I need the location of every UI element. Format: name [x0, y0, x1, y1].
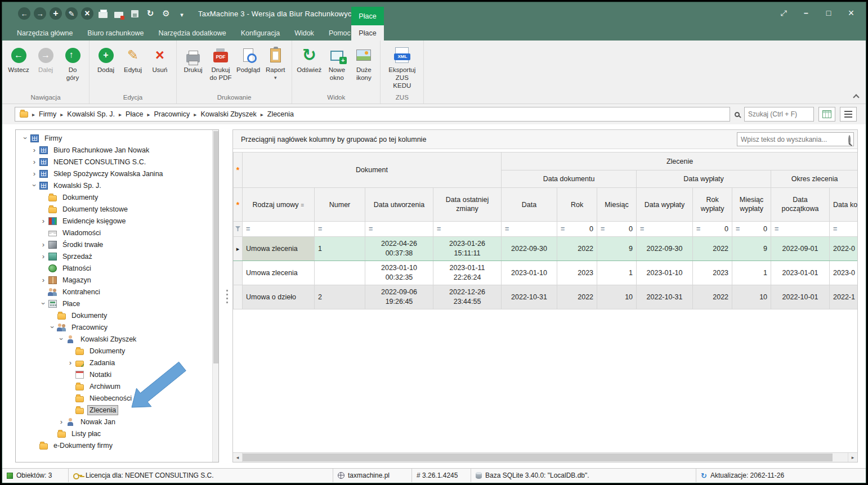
- scrollbar-thumb[interactable]: [243, 453, 833, 461]
- tree-item-place-dokumenty[interactable]: Dokumenty: [16, 309, 218, 321]
- collapse-ribbon-button[interactable]: [853, 93, 858, 98]
- column-header-data-utworzenia[interactable]: Data utworzenia: [365, 188, 433, 222]
- toolbar-more-button[interactable]: [176, 7, 188, 20]
- column-header-numer[interactable]: Numer: [315, 188, 365, 222]
- expander-icon[interactable]: [39, 252, 47, 261]
- band-zlecenie[interactable]: Zlecenie: [502, 152, 858, 170]
- tree-item-srodki-trwale[interactable]: Środki trwałe: [16, 239, 218, 250]
- tree-item-sprzedaz[interactable]: Sprzedaż: [16, 250, 218, 262]
- save-button[interactable]: [128, 7, 141, 20]
- scroll-left-button[interactable]: [233, 453, 243, 462]
- grid-search-input[interactable]: [737, 132, 854, 146]
- filter-cell[interactable]: =0: [597, 222, 637, 237]
- tab-narzedzia-glowne[interactable]: Narzędzia główne: [17, 29, 73, 37]
- filter-cell[interactable]: =: [365, 222, 433, 237]
- tree-item-kowalski-sp-j[interactable]: Kowalski Sp. J.: [16, 179, 218, 191]
- expander-icon[interactable]: [57, 417, 65, 426]
- delete-button[interactable]: [81, 7, 93, 20]
- eksportuj-zus-kedu-button[interactable]: Eksportuj ZUS KEDU: [384, 43, 420, 89]
- odswiez-button[interactable]: Odśwież: [296, 43, 323, 74]
- tree-item-dokumenty[interactable]: Dokumenty: [16, 191, 218, 203]
- expander-icon[interactable]: [39, 217, 47, 225]
- dodaj-button[interactable]: Dodaj: [93, 43, 119, 74]
- tree-item-pracownik-dokumenty[interactable]: Dokumenty: [16, 345, 218, 357]
- filter-view-button[interactable]: [840, 107, 857, 122]
- refresh-button[interactable]: [144, 7, 156, 20]
- tree-item-nowak-jan[interactable]: Nowak Jan: [16, 416, 218, 428]
- table-row[interactable]: Umowa o dzieło 2 2022-09-06 19:26:45 202…: [234, 285, 858, 309]
- tree-item-neonet[interactable]: NEONET CONSULTING S.C.: [16, 156, 218, 168]
- panel-splitter[interactable]: [223, 129, 231, 462]
- expander-icon[interactable]: [21, 134, 29, 142]
- tree-vertical-scrollbar[interactable]: [212, 130, 218, 462]
- maximize-button[interactable]: [817, 5, 840, 21]
- expander-icon[interactable]: [30, 181, 38, 190]
- tree-item-zlecenia[interactable]: Zlecenia: [16, 404, 218, 416]
- breadcrumb-item-kowalski[interactable]: Kowalski Sp. J.: [67, 110, 115, 118]
- tab-pomoc[interactable]: Pomoc: [329, 29, 351, 37]
- expander-icon[interactable]: [39, 276, 47, 284]
- status-website[interactable]: taxmachine.pl: [333, 469, 412, 482]
- band-data-wyplaty[interactable]: Data wypłaty: [637, 170, 771, 188]
- table-row[interactable]: Umowa zlecenia 1 2022-04-26 00:37:38 202…: [234, 237, 858, 261]
- drukuj-button[interactable]: Drukuj: [180, 43, 206, 74]
- tree-item-listy-plac[interactable]: Listy płac: [16, 428, 218, 439]
- duze-ikony-button[interactable]: Duże ikony: [351, 43, 377, 82]
- tree-item-sklep-spozywczy[interactable]: Sklep Spożywczy Kowalska Janina: [16, 168, 218, 179]
- tree-item-wiadomosci[interactable]: Wiadomości: [16, 227, 218, 239]
- wstecz-button[interactable]: Wstecz: [6, 43, 32, 74]
- filter-cell[interactable]: =: [243, 222, 315, 237]
- tree-item-ewidencje-ksiegowe[interactable]: Ewidencje księgowe: [16, 215, 218, 227]
- band-dokument[interactable]: Dokument: [243, 152, 502, 188]
- tree-item-zadania[interactable]: Zadania: [16, 357, 218, 369]
- expander-icon[interactable]: [30, 146, 38, 154]
- do-gory-button[interactable]: Do góry: [60, 43, 86, 82]
- filter-cell[interactable]: =: [637, 222, 693, 237]
- filter-cell[interactable]: =: [315, 222, 365, 237]
- fullscreen-button[interactable]: [772, 5, 795, 21]
- close-button[interactable]: [840, 5, 862, 21]
- tree-item-pracownicy[interactable]: Pracownicy: [16, 321, 218, 333]
- tree-item-place[interactable]: Płace: [16, 298, 218, 309]
- filter-cell[interactable]: =: [433, 222, 502, 237]
- scroll-right-button[interactable]: [848, 453, 857, 462]
- tab-widok[interactable]: Widok: [294, 29, 314, 37]
- expander-icon[interactable]: [39, 299, 47, 308]
- add-button[interactable]: [50, 7, 62, 20]
- filter-cell[interactable]: =0: [693, 222, 732, 237]
- tab-narzedzia-dodatkowe[interactable]: Narzędzia dodatkowe: [158, 29, 226, 37]
- column-header-rok[interactable]: Rok: [557, 188, 597, 222]
- edytuj-button[interactable]: Edytuj: [120, 43, 146, 74]
- raport-button[interactable]: Raport: [262, 43, 288, 80]
- filter-cell[interactable]: =: [771, 222, 830, 237]
- scrollbar-thumb[interactable]: [213, 131, 218, 363]
- expander-icon[interactable]: [57, 335, 65, 343]
- usun-button[interactable]: Usuń: [147, 43, 173, 74]
- breadcrumb-item-pracownicy[interactable]: Pracownicy: [154, 110, 190, 118]
- tree-item-nieobecnosci[interactable]: Nieobecności: [16, 392, 218, 404]
- dalej-button[interactable]: Dalej: [33, 43, 59, 74]
- tree-item-archiwum[interactable]: Archiwum: [16, 380, 218, 392]
- breadcrumb-item-kowalski-zbyszek[interactable]: Kowalski Zbyszek: [200, 110, 256, 118]
- expander-icon[interactable]: [48, 323, 56, 331]
- column-header-data-ostatniej-zmiany[interactable]: Data ostatniej zmiany: [433, 188, 502, 222]
- tree-item-biuro-rachunkowe[interactable]: Biuro Rachunkowe Jan Nowak: [16, 144, 218, 156]
- filter-cell[interactable]: =: [830, 222, 858, 237]
- settings-button[interactable]: [160, 7, 172, 20]
- global-search-input[interactable]: [744, 107, 814, 122]
- drukuj-do-pdf-button[interactable]: PDF Drukuj do PDF: [207, 43, 234, 82]
- minimize-button[interactable]: [795, 5, 817, 21]
- tree-item-kowalski-zbyszek[interactable]: Kowalski Zbyszek: [16, 333, 218, 345]
- tree-item-firmy[interactable]: Firmy: [16, 132, 218, 144]
- horizontal-scrollbar[interactable]: [233, 452, 857, 462]
- column-header-miesiac-wyplaty[interactable]: Miesiąc wypłaty: [732, 188, 771, 222]
- edit-button[interactable]: [65, 7, 78, 20]
- column-header-data-koncowa[interactable]: Data ko: [830, 188, 858, 222]
- breadcrumb-item-zlecenia[interactable]: Zlecenia: [267, 110, 294, 118]
- filter-cell[interactable]: =0: [557, 222, 597, 237]
- column-header-rodzaj-umowy[interactable]: Rodzaj umowy: [243, 188, 315, 222]
- tree-item-notatki[interactable]: Notatki: [16, 369, 218, 380]
- grid-view-button[interactable]: [818, 107, 835, 122]
- column-header-data-wyplaty[interactable]: Data wypłaty: [637, 188, 693, 222]
- filter-cell[interactable]: =: [502, 222, 557, 237]
